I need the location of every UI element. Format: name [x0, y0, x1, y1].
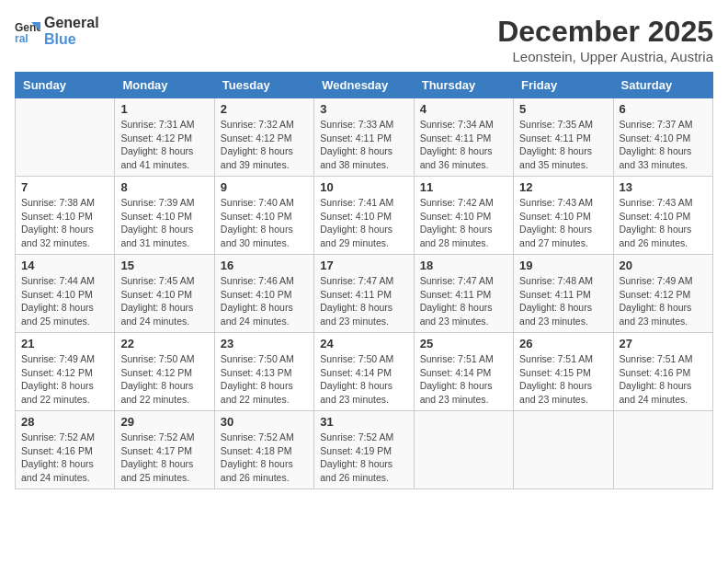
calendar-cell: 8Sunrise: 7:39 AM Sunset: 4:10 PM Daylig… [115, 177, 214, 255]
calendar-cell: 29Sunrise: 7:52 AM Sunset: 4:17 PM Dayli… [115, 411, 214, 489]
logo: Gene ral General Blue [15, 15, 99, 47]
calendar-cell: 16Sunrise: 7:46 AM Sunset: 4:10 PM Dayli… [214, 255, 313, 333]
calendar-cell: 13Sunrise: 7:43 AM Sunset: 4:10 PM Dayli… [613, 177, 712, 255]
day-number: 27 [620, 337, 707, 350]
calendar-cell: 2Sunrise: 7:32 AM Sunset: 4:12 PM Daylig… [214, 98, 313, 177]
day-number: 5 [519, 102, 607, 116]
day-info: Sunrise: 7:37 AM Sunset: 4:10 PM Dayligh… [620, 118, 707, 172]
calendar-week-row: 14Sunrise: 7:44 AM Sunset: 4:10 PM Dayli… [16, 255, 713, 333]
calendar-cell: 24Sunrise: 7:50 AM Sunset: 4:14 PM Dayli… [314, 333, 414, 411]
day-info: Sunrise: 7:42 AM Sunset: 4:10 PM Dayligh… [420, 196, 507, 250]
day-info: Sunrise: 7:52 AM Sunset: 4:18 PM Dayligh… [221, 431, 308, 485]
day-number: 21 [21, 337, 108, 350]
day-info: Sunrise: 7:48 AM Sunset: 4:11 PM Dayligh… [519, 274, 607, 328]
calendar-week-row: 7Sunrise: 7:38 AM Sunset: 4:10 PM Daylig… [16, 177, 713, 255]
day-number: 12 [519, 180, 607, 194]
day-number: 24 [320, 337, 407, 350]
day-number: 31 [320, 415, 407, 429]
day-number: 28 [21, 415, 108, 429]
location-title: Leonstein, Upper Austria, Austria [497, 49, 713, 64]
day-number: 7 [21, 180, 108, 194]
day-info: Sunrise: 7:49 AM Sunset: 4:12 PM Dayligh… [21, 352, 108, 407]
weekday-header: Thursday [414, 73, 513, 98]
day-info: Sunrise: 7:47 AM Sunset: 4:11 PM Dayligh… [320, 274, 407, 328]
day-number: 10 [320, 180, 407, 194]
day-number: 14 [21, 259, 108, 272]
day-number: 23 [221, 337, 308, 350]
day-info: Sunrise: 7:45 AM Sunset: 4:10 PM Dayligh… [120, 274, 208, 328]
calendar-cell: 3Sunrise: 7:33 AM Sunset: 4:11 PM Daylig… [314, 98, 414, 177]
day-info: Sunrise: 7:34 AM Sunset: 4:11 PM Dayligh… [420, 118, 507, 172]
day-info: Sunrise: 7:40 AM Sunset: 4:10 PM Dayligh… [221, 196, 308, 250]
calendar-cell: 4Sunrise: 7:34 AM Sunset: 4:11 PM Daylig… [414, 98, 513, 177]
day-number: 19 [519, 259, 607, 272]
weekday-header: Wednesday [314, 73, 414, 98]
calendar-cell: 14Sunrise: 7:44 AM Sunset: 4:10 PM Dayli… [16, 255, 115, 333]
calendar-cell: 22Sunrise: 7:50 AM Sunset: 4:12 PM Dayli… [115, 333, 214, 411]
day-number: 11 [420, 180, 507, 194]
day-number: 18 [420, 259, 507, 272]
calendar-cell: 25Sunrise: 7:51 AM Sunset: 4:14 PM Dayli… [414, 333, 513, 411]
calendar-cell [16, 98, 115, 177]
day-number: 2 [221, 102, 308, 116]
calendar-cell: 30Sunrise: 7:52 AM Sunset: 4:18 PM Dayli… [214, 411, 313, 489]
weekday-header: Friday [514, 73, 613, 98]
day-number: 15 [120, 259, 208, 272]
calendar-cell: 7Sunrise: 7:38 AM Sunset: 4:10 PM Daylig… [16, 177, 115, 255]
calendar-cell: 1Sunrise: 7:31 AM Sunset: 4:12 PM Daylig… [115, 98, 214, 177]
day-number: 9 [221, 180, 308, 194]
weekday-header: Tuesday [214, 73, 313, 98]
day-info: Sunrise: 7:52 AM Sunset: 4:19 PM Dayligh… [320, 431, 407, 485]
month-title: December 2025 [497, 15, 713, 49]
calendar-cell: 23Sunrise: 7:50 AM Sunset: 4:13 PM Dayli… [214, 333, 313, 411]
day-number: 6 [620, 102, 707, 116]
day-info: Sunrise: 7:50 AM Sunset: 4:13 PM Dayligh… [221, 352, 308, 407]
day-info: Sunrise: 7:50 AM Sunset: 4:12 PM Dayligh… [120, 352, 208, 407]
calendar-cell: 10Sunrise: 7:41 AM Sunset: 4:10 PM Dayli… [314, 177, 414, 255]
day-info: Sunrise: 7:46 AM Sunset: 4:10 PM Dayligh… [221, 274, 308, 328]
day-number: 30 [221, 415, 308, 429]
page-header: Gene ral General Blue December 2025 Leon… [15, 15, 713, 64]
calendar-cell [613, 411, 712, 489]
day-number: 1 [120, 102, 208, 116]
day-info: Sunrise: 7:47 AM Sunset: 4:11 PM Dayligh… [420, 274, 507, 328]
day-info: Sunrise: 7:43 AM Sunset: 4:10 PM Dayligh… [620, 196, 707, 250]
day-info: Sunrise: 7:38 AM Sunset: 4:10 PM Dayligh… [21, 196, 108, 250]
logo-blue: Blue [44, 31, 99, 48]
day-number: 8 [120, 180, 208, 194]
day-info: Sunrise: 7:35 AM Sunset: 4:11 PM Dayligh… [519, 118, 607, 172]
weekday-header-row: SundayMondayTuesdayWednesdayThursdayFrid… [16, 73, 713, 98]
day-number: 20 [620, 259, 707, 272]
calendar-cell: 11Sunrise: 7:42 AM Sunset: 4:10 PM Dayli… [414, 177, 513, 255]
day-info: Sunrise: 7:43 AM Sunset: 4:10 PM Dayligh… [519, 196, 607, 250]
calendar-week-row: 1Sunrise: 7:31 AM Sunset: 4:12 PM Daylig… [16, 98, 713, 177]
day-info: Sunrise: 7:41 AM Sunset: 4:10 PM Dayligh… [320, 196, 407, 250]
calendar-cell: 6Sunrise: 7:37 AM Sunset: 4:10 PM Daylig… [613, 98, 712, 177]
day-info: Sunrise: 7:39 AM Sunset: 4:10 PM Dayligh… [120, 196, 208, 250]
day-info: Sunrise: 7:52 AM Sunset: 4:16 PM Dayligh… [21, 431, 108, 485]
logo-icon: Gene ral [15, 18, 40, 44]
day-info: Sunrise: 7:51 AM Sunset: 4:16 PM Dayligh… [620, 352, 707, 407]
calendar-cell: 28Sunrise: 7:52 AM Sunset: 4:16 PM Dayli… [16, 411, 115, 489]
day-number: 3 [320, 102, 407, 116]
day-info: Sunrise: 7:50 AM Sunset: 4:14 PM Dayligh… [320, 352, 407, 407]
logo-general: General [44, 15, 99, 31]
day-number: 17 [320, 259, 407, 272]
weekday-header: Sunday [16, 73, 115, 98]
day-number: 16 [221, 259, 308, 272]
day-info: Sunrise: 7:51 AM Sunset: 4:15 PM Dayligh… [519, 352, 607, 407]
calendar-cell: 17Sunrise: 7:47 AM Sunset: 4:11 PM Dayli… [314, 255, 414, 333]
calendar-cell: 26Sunrise: 7:51 AM Sunset: 4:15 PM Dayli… [514, 333, 613, 411]
calendar-cell: 20Sunrise: 7:49 AM Sunset: 4:12 PM Dayli… [613, 255, 712, 333]
weekday-header: Saturday [613, 73, 712, 98]
day-info: Sunrise: 7:33 AM Sunset: 4:11 PM Dayligh… [320, 118, 407, 172]
calendar-cell: 31Sunrise: 7:52 AM Sunset: 4:19 PM Dayli… [314, 411, 414, 489]
calendar-week-row: 28Sunrise: 7:52 AM Sunset: 4:16 PM Dayli… [16, 411, 713, 489]
day-number: 22 [120, 337, 208, 350]
day-number: 4 [420, 102, 507, 116]
calendar-cell: 12Sunrise: 7:43 AM Sunset: 4:10 PM Dayli… [514, 177, 613, 255]
day-number: 26 [519, 337, 607, 350]
calendar-cell: 21Sunrise: 7:49 AM Sunset: 4:12 PM Dayli… [16, 333, 115, 411]
calendar-cell: 19Sunrise: 7:48 AM Sunset: 4:11 PM Dayli… [514, 255, 613, 333]
day-info: Sunrise: 7:44 AM Sunset: 4:10 PM Dayligh… [21, 274, 108, 328]
